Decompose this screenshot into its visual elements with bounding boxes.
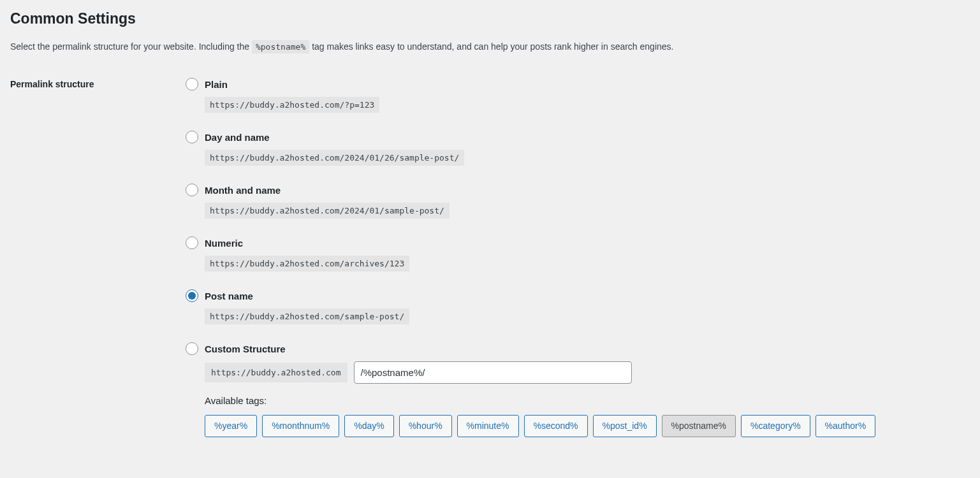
option-custom: Custom Structure https://buddy.a2hosted.… [186,342,970,437]
tag-year[interactable]: %year% [205,415,257,437]
radio-numeric[interactable] [186,236,198,249]
form-table: Permalink structure Plain https://buddy.… [10,78,970,437]
section-description: Select the permalink structure for your … [10,40,970,54]
tag-post-id[interactable]: %post_id% [593,415,657,437]
option-numeric: Numeric https://buddy.a2hosted.com/archi… [186,236,970,272]
radio-plain[interactable] [186,78,198,91]
example-numeric: https://buddy.a2hosted.com/archives/123 [205,256,409,272]
tag-postname[interactable]: %postname% [662,415,736,437]
tag-hour[interactable]: %hour% [399,415,452,437]
form-label: Permalink structure [10,78,186,437]
tag-buttons: %year% %monthnum% %day% %hour% %minute% … [205,415,970,437]
option-label-post-name[interactable]: Post name [205,291,253,301]
example-post-name: https://buddy.a2hosted.com/sample-post/ [205,308,409,324]
custom-prefix: https://buddy.a2hosted.com [205,363,347,382]
option-label-custom[interactable]: Custom Structure [205,344,286,354]
section-title: Common Settings [10,10,970,27]
description-prefix: Select the permalink structure for your … [10,41,252,52]
tag-minute[interactable]: %minute% [457,415,519,437]
tag-second[interactable]: %second% [524,415,588,437]
radio-month-name[interactable] [186,184,198,196]
available-tags-label: Available tags: [205,395,970,406]
tag-day[interactable]: %day% [344,415,393,437]
option-day-name: Day and name https://buddy.a2hosted.com/… [186,131,970,166]
example-day-name: https://buddy.a2hosted.com/2024/01/26/sa… [205,150,464,166]
form-field: Plain https://buddy.a2hosted.com/?p=123 … [186,78,970,437]
option-label-plain[interactable]: Plain [205,79,228,90]
tag-author[interactable]: %author% [815,415,876,437]
tag-category[interactable]: %category% [741,415,810,437]
radio-day-name[interactable] [186,131,198,143]
option-month-name: Month and name https://buddy.a2hosted.co… [186,184,970,219]
tag-monthnum[interactable]: %monthnum% [262,415,339,437]
option-label-day-name[interactable]: Day and name [205,132,270,143]
description-code: %postname% [252,40,309,54]
option-plain: Plain https://buddy.a2hosted.com/?p=123 [186,78,970,113]
custom-structure-input[interactable] [354,361,632,384]
example-plain: https://buddy.a2hosted.com/?p=123 [205,97,379,113]
option-label-numeric[interactable]: Numeric [205,238,243,249]
option-post-name: Post name https://buddy.a2hosted.com/sam… [186,289,970,324]
option-label-month-name[interactable]: Month and name [205,185,281,196]
example-month-name: https://buddy.a2hosted.com/2024/01/sampl… [205,203,450,219]
description-suffix: tag makes links easy to understand, and … [309,41,673,52]
radio-post-name[interactable] [186,289,198,302]
radio-custom[interactable] [186,342,198,355]
